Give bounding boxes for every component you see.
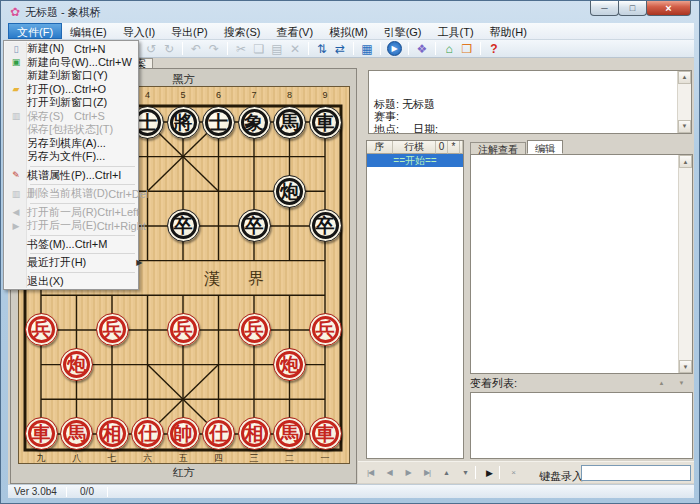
red-piece-兵[interactable]: 兵 [96, 313, 129, 346]
help-icon[interactable]: ? [485, 41, 503, 57]
red-piece-車[interactable]: 車 [309, 417, 342, 450]
scroll-down-icon[interactable]: ▼ [679, 360, 692, 373]
edit-scrollbar[interactable]: ▲ ▼ [678, 155, 692, 373]
demo-play-icon[interactable]: ▶ [387, 41, 402, 56]
black-piece-將[interactable]: 將 [167, 106, 200, 139]
red-piece-帥[interactable]: 帥 [167, 417, 200, 450]
red-piece-相[interactable]: 相 [96, 417, 129, 450]
menubar-item[interactable]: 帮助(H) [482, 23, 535, 39]
title-bar[interactable]: ✿ 无标题 - 象棋桥 ─ □ × [1, 1, 699, 23]
keyboard-entry-input[interactable] [581, 465, 691, 481]
file-menu-item[interactable]: ◀打开前一局(R)Ctrl+Left [5, 206, 137, 220]
file-menu-item[interactable]: ▣新建向导(W)...Ctrl+W [5, 56, 137, 70]
next-move-button[interactable]: ▶ [399, 465, 417, 480]
first-move-button[interactable]: |◀ [361, 465, 379, 480]
file-menu-item[interactable]: 另存为文件(F)... [5, 150, 137, 164]
tab-annotation-view[interactable]: 注解查看 [470, 142, 526, 154]
cut-icon[interactable]: ✂ [232, 41, 250, 57]
close-button[interactable]: × [646, 1, 691, 16]
red-piece-兵[interactable]: 兵 [25, 313, 58, 346]
pieces-icon[interactable]: ❒ [458, 41, 476, 57]
scroll-down-icon[interactable]: ▼ [678, 120, 691, 133]
variation-list-box[interactable] [470, 392, 693, 459]
file-menu-item[interactable]: ▰打开(O)...Ctrl+O [5, 83, 137, 97]
paste-icon[interactable]: ▤ [268, 41, 286, 57]
move-header-cell[interactable]: 序 [367, 141, 393, 154]
file-menu-item[interactable]: ✎棋谱属性(P)...Ctrl+I [5, 169, 137, 183]
menubar-item[interactable]: 编辑(E) [62, 23, 115, 39]
column-number-top: 4 [141, 90, 155, 100]
maximize-button[interactable]: □ [618, 1, 647, 16]
variation-down-icon[interactable]: ▼ [674, 377, 689, 389]
scroll-up-icon[interactable]: ▲ [678, 71, 691, 84]
black-piece-車[interactable]: 車 [309, 106, 342, 139]
red-piece-車[interactable]: 車 [25, 417, 58, 450]
black-piece-卒[interactable]: 卒 [167, 209, 200, 242]
variation-up-icon[interactable]: ▲ [654, 377, 669, 389]
file-menu-item[interactable]: ▥删除当前棋谱(D)Ctrl+Del [5, 187, 137, 201]
info-scrollbar[interactable]: ▲ ▼ [677, 71, 691, 133]
board-setup-icon[interactable]: ▦ [358, 41, 376, 57]
black-piece-士[interactable]: 士 [202, 106, 235, 139]
move-row[interactable]: ==开始== [367, 154, 463, 167]
variation-list-row: 变着列表: ▲ ▼ [470, 376, 693, 391]
file-menu-item[interactable]: 新建到新窗口(Y) [5, 69, 137, 83]
move-list-table[interactable]: 序行棋0* ==开始== [366, 140, 464, 459]
menubar-item[interactable]: 文件(F) [8, 23, 62, 39]
file-menu-item[interactable]: 最近打开(H)▶ [5, 256, 137, 270]
flip-vertical-icon[interactable]: ⇅ [313, 41, 331, 57]
menubar-item[interactable]: 搜索(S) [216, 23, 269, 39]
flip-horizontal-icon[interactable]: ⇄ [331, 41, 349, 57]
copy-icon[interactable]: ❏ [250, 41, 268, 57]
black-piece-卒[interactable]: 卒 [309, 209, 342, 242]
menubar-item[interactable]: 查看(V) [268, 23, 321, 39]
next-variation-button[interactable]: ▼ [456, 465, 474, 480]
file-menu-item[interactable]: 打开到新窗口(Z) [5, 96, 137, 110]
file-menu-item[interactable]: 另存到棋库(A)... [5, 137, 137, 151]
black-piece-象[interactable]: 象 [238, 106, 271, 139]
file-menu-item[interactable]: 保存[包括状态](T) [5, 123, 137, 137]
minimize-button[interactable]: ─ [590, 1, 619, 16]
prev-move-button[interactable]: ◀ [380, 465, 398, 480]
last-move-button[interactable]: ▶| [418, 465, 436, 480]
menubar-item[interactable]: 引擎(G) [376, 23, 430, 39]
column-number-bottom: 九 [34, 452, 48, 465]
tab-edit[interactable]: 编辑 [527, 140, 563, 154]
red-piece-兵[interactable]: 兵 [238, 313, 271, 346]
nav-forward-icon[interactable]: ↻ [160, 41, 178, 57]
red-piece-兵[interactable]: 兵 [167, 313, 200, 346]
file-menu-item[interactable]: 书签(M)...Ctrl+M [5, 238, 137, 252]
file-menu-item[interactable]: ▶打开后一局(E)Ctrl+Right [5, 219, 137, 233]
menubar-item[interactable]: 模拟(M) [321, 23, 376, 39]
red-piece-兵[interactable]: 兵 [309, 313, 342, 346]
scroll-up-icon[interactable]: ▲ [679, 155, 692, 168]
prev-variation-button[interactable]: ▲ [437, 465, 455, 480]
file-menu-item[interactable]: ▯新建(N)Ctrl+N [5, 42, 137, 56]
black-piece-馬[interactable]: 馬 [273, 106, 306, 139]
menubar-item[interactable]: 导入(I) [115, 23, 163, 39]
black-piece-卒[interactable]: 卒 [238, 209, 271, 242]
file-menu-item[interactable]: 退出(X) [5, 275, 137, 289]
move-header-cell[interactable]: 0 [436, 141, 448, 154]
move-list-rows: ==开始== [367, 154, 463, 167]
menubar-item[interactable]: 导出(P) [163, 23, 216, 39]
red-piece-炮[interactable]: 炮 [273, 348, 306, 381]
undo-icon[interactable]: ↶ [187, 41, 205, 57]
red-piece-相[interactable]: 相 [238, 417, 271, 450]
engine-book-icon[interactable]: ❖ [413, 41, 431, 57]
file-menu-item[interactable]: ▥保存(S)Ctrl+S [5, 110, 137, 124]
delete-move-button[interactable]: × [504, 465, 522, 480]
annotation-edit-area[interactable]: ▲ ▼ [470, 154, 693, 374]
delete-icon[interactable]: ✕ [286, 41, 304, 57]
black-piece-炮[interactable]: 炮 [273, 175, 306, 208]
auto-play-button[interactable]: ▶ [480, 465, 498, 480]
home-icon[interactable]: ⌂ [440, 41, 458, 57]
next-game-icon: ▶ [5, 221, 27, 231]
menubar-item[interactable]: 工具(T) [430, 23, 482, 39]
toolbar-separator [353, 42, 354, 55]
nav-back-icon[interactable]: ↺ [142, 41, 160, 57]
redo-icon[interactable]: ↷ [205, 41, 223, 57]
move-header-cell[interactable]: * [448, 141, 460, 154]
move-header-cell[interactable]: 行棋 [393, 141, 436, 154]
red-piece-炮[interactable]: 炮 [60, 348, 93, 381]
